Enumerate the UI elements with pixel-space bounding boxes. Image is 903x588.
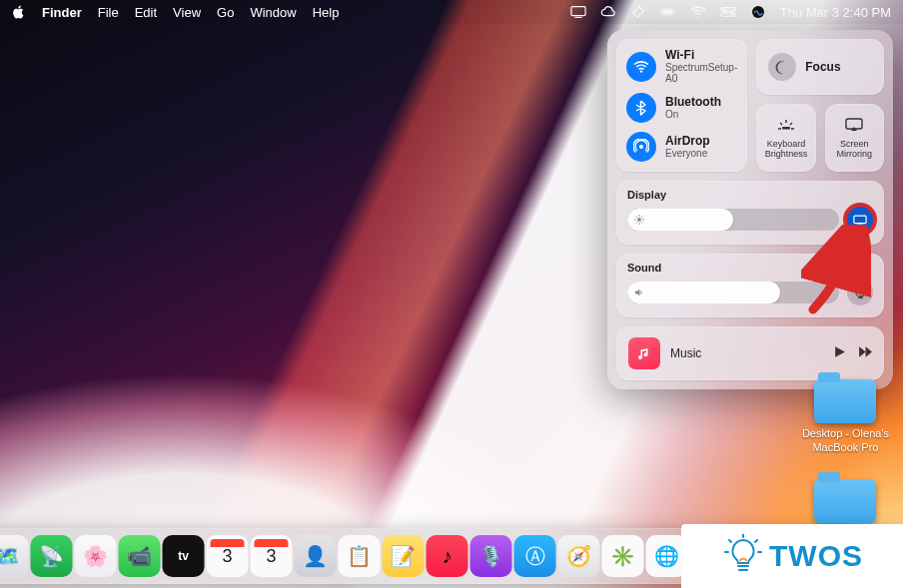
menu-bar: Finder File Edit View Go Window Help Thu…: [0, 0, 903, 24]
music-title: Music: [670, 346, 822, 360]
cc-display-tile: Display: [616, 181, 884, 245]
cc-focus[interactable]: Focus: [756, 39, 884, 95]
menubar-app-name[interactable]: Finder: [42, 5, 82, 20]
cc-focus-label: Focus: [805, 60, 840, 74]
dock-calendar-alt[interactable]: 3: [251, 535, 293, 577]
display-settings-button[interactable]: [847, 207, 873, 233]
control-center-panel: Wi-FiSpectrumSetup-A0 BluetoothOn AirDro…: [607, 30, 893, 389]
cloud-status-icon[interactable]: [600, 5, 616, 19]
svg-rect-8: [721, 13, 735, 17]
cc-ad-sub: Everyone: [665, 148, 710, 159]
display-menu-icon[interactable]: [570, 5, 586, 19]
svg-point-9: [730, 14, 732, 16]
twos-watermark: TWOS: [681, 524, 903, 588]
svg-point-12: [639, 145, 643, 149]
svg-rect-0: [571, 7, 585, 16]
sun-icon: [634, 215, 644, 225]
cc-sound-tile: Sound: [616, 254, 884, 317]
wifi-status-icon[interactable]: [690, 5, 706, 19]
svg-point-15: [637, 218, 641, 222]
cc-ad-title: AirDrop: [665, 135, 710, 148]
svg-rect-1: [574, 17, 581, 18]
airplay-icon: [854, 287, 867, 299]
cc-screen-mirroring[interactable]: ScreenMirroring: [825, 104, 884, 172]
menubar-datetime[interactable]: Thu Mar 3 2:40 PM: [780, 5, 891, 20]
twos-text: TWOS: [769, 539, 863, 573]
battery-icon[interactable]: [660, 5, 676, 19]
cc-bt-title: Bluetooth: [665, 96, 721, 109]
dock-reminders[interactable]: 📋: [339, 535, 381, 577]
menubar-edit[interactable]: Edit: [135, 5, 157, 20]
cc-sound-label: Sound: [627, 262, 873, 274]
cc-bluetooth[interactable]: BluetoothOn: [626, 93, 737, 123]
dock-safari[interactable]: 🧭: [558, 535, 600, 577]
connectivity-tile: Wi-FiSpectrumSetup-A0 BluetoothOn AirDro…: [616, 39, 747, 172]
cc-wifi[interactable]: Wi-FiSpectrumSetup-A0: [626, 49, 737, 84]
folder-icon: [814, 479, 876, 523]
svg-rect-16: [854, 216, 866, 223]
tool-status-icon[interactable]: [630, 5, 646, 19]
control-center-icon[interactable]: [720, 5, 736, 19]
dock-slack[interactable]: ✳️: [602, 535, 644, 577]
apple-menu-icon[interactable]: [12, 5, 26, 19]
menubar-help[interactable]: Help: [313, 5, 340, 20]
dock-maps[interactable]: 🗺️: [0, 535, 29, 577]
cc-wifi-sub: SpectrumSetup-A0: [665, 62, 737, 84]
cc-wifi-title: Wi-Fi: [665, 49, 737, 62]
menubar-window[interactable]: Window: [250, 5, 296, 20]
svg-point-7: [723, 8, 725, 10]
screen-mirroring-icon: [844, 117, 864, 137]
cc-now-playing[interactable]: Music: [616, 326, 884, 380]
play-button[interactable]: [832, 344, 847, 363]
menubar-view[interactable]: View: [173, 5, 201, 20]
cc-bt-sub: On: [665, 109, 721, 120]
bluetooth-icon: [626, 93, 656, 123]
dock-calendar[interactable]: 3: [207, 535, 249, 577]
next-track-button[interactable]: [857, 344, 872, 363]
lightbulb-icon: [721, 534, 761, 578]
cc-display-label: Display: [627, 189, 873, 201]
dock-contacts[interactable]: 👤: [295, 535, 337, 577]
music-app-icon: [628, 337, 660, 369]
svg-point-5: [697, 15, 699, 17]
display-icon: [853, 215, 867, 226]
dock-findmy[interactable]: 📡: [31, 535, 73, 577]
moon-icon: [768, 53, 796, 81]
svg-rect-3: [662, 10, 672, 14]
folder-icon: [814, 379, 876, 423]
svg-point-11: [640, 70, 642, 72]
cc-airdrop[interactable]: AirDropEveryone: [626, 132, 737, 162]
dock-photos[interactable]: 🌸: [75, 535, 117, 577]
display-brightness-slider[interactable]: [627, 209, 839, 231]
cc-keyboard-brightness[interactable]: KeyboardBrightness: [756, 104, 815, 172]
desktop-folder-macbook[interactable]: Desktop - Olena'sMacBook Pro: [802, 379, 889, 455]
sound-volume-slider[interactable]: [627, 282, 839, 303]
dock-appstore[interactable]: Ⓐ: [514, 535, 556, 577]
airdrop-icon: [626, 132, 656, 162]
svg-rect-17: [857, 224, 862, 225]
airplay-audio-button[interactable]: [847, 280, 873, 305]
svg-rect-13: [782, 127, 790, 130]
dock-music[interactable]: ♪: [427, 535, 468, 577]
dock-facetime[interactable]: 📹: [119, 535, 161, 577]
keyboard-brightness-icon: [776, 117, 796, 137]
menubar-go[interactable]: Go: [217, 5, 234, 20]
dock-podcasts[interactable]: 🎙️: [470, 535, 512, 577]
speaker-icon: [634, 288, 644, 297]
dock-notes[interactable]: 📝: [383, 535, 425, 577]
dock-tv[interactable]: tv: [163, 535, 205, 577]
svg-rect-6: [721, 8, 735, 12]
siri-icon[interactable]: [750, 5, 766, 19]
wifi-icon: [626, 52, 656, 82]
menubar-file[interactable]: File: [98, 5, 119, 20]
svg-rect-4: [674, 11, 675, 13]
